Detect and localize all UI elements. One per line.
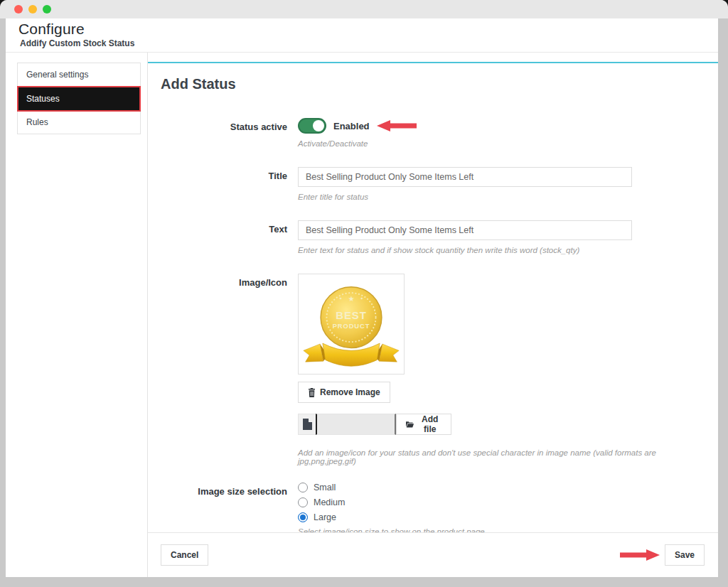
sidebar-item-general-settings[interactable]: General settings [18,63,140,87]
window-titlebar [0,0,728,18]
file-name-input[interactable] [316,414,396,435]
text-help: Enter text for status and if show stock … [298,246,705,254]
title-help: Enter title for status [298,193,705,201]
radio-medium-control[interactable] [298,497,308,507]
title-input[interactable] [298,167,632,187]
text-field-row: Text Enter text for status and if show s… [161,220,705,254]
add-file-label: Add file [418,414,441,434]
text-input[interactable] [298,220,632,240]
sidebar-item-rules[interactable]: Rules [18,111,140,134]
svg-text:PRODUCT: PRODUCT [333,323,370,330]
close-window-icon[interactable] [14,5,23,14]
plugin-settings-page: Configure Addify Custom Stock Status Gen… [6,18,718,577]
toggle-knob [313,120,324,131]
radio-large-control[interactable] [298,512,308,522]
radio-option-medium[interactable]: Medium [298,497,705,507]
toggle-state-label: Enabled [333,121,370,131]
save-button[interactable]: Save [665,544,705,566]
panel-heading: Add Status [161,76,705,92]
remove-image-button[interactable]: Remove Image [298,382,390,403]
form-footer: Cancel Save [148,533,718,577]
left-pointing-arrow-icon [377,120,417,131]
status-active-toggle[interactable] [298,118,326,134]
best-product-badge-image: ★ ✦ ✦ BEST PRODUCT [301,277,401,371]
page-subtitle: Addify Custom Stock Status [20,38,718,48]
status-image-preview: ★ ✦ ✦ BEST PRODUCT [298,274,405,375]
svg-text:✦: ✦ [339,296,343,301]
maximize-window-icon[interactable] [43,5,51,14]
image-size-label: Image size selection [161,483,287,533]
minimize-window-icon[interactable] [28,5,37,14]
title-field-row: Title Enter title for status [161,167,705,201]
svg-text:BEST: BEST [336,309,367,321]
folder-icon [406,420,414,429]
image-help: Add an image/icon for your status and do… [298,448,705,465]
svg-text:✦: ✦ [360,296,364,301]
radio-option-large[interactable]: Large [298,512,705,522]
browser-window: Configure Addify Custom Stock Status Gen… [0,0,728,587]
status-active-label: Status active [161,118,287,148]
remove-image-label: Remove Image [320,387,380,397]
cancel-button[interactable]: Cancel [161,544,208,566]
file-upload-group: Add file [298,414,451,435]
radio-small-control[interactable] [298,483,308,492]
status-active-help: Activate/Deactivate [298,139,705,148]
page-title: Configure [18,21,718,38]
radio-large-label: Large [314,512,336,522]
file-icon [298,414,316,435]
radio-option-small[interactable]: Small [298,483,705,492]
page-header: Configure Addify Custom Stock Status [6,18,718,53]
radio-small-label: Small [314,483,336,492]
badge-star-icon: ★ [348,295,354,303]
radio-medium-label: Medium [314,497,345,507]
add-file-button[interactable]: Add file [396,414,451,435]
image-label: Image/Icon [161,274,287,465]
image-size-field: Image size selection Small Medium [161,483,705,533]
image-field-row: Image/Icon [161,274,705,465]
text-label: Text [161,220,287,254]
sidebar-item-statuses[interactable]: Statuses [17,86,141,112]
image-size-help: Select image/icon size to show on the pr… [298,527,705,533]
title-label: Title [161,167,287,201]
status-active-field: Status active Enabled Activate/Deactivat… [161,118,705,148]
settings-menu: General settings Statuses Rules [17,63,141,134]
add-status-panel: Add Status Status active Enabled [148,62,718,533]
right-pointing-arrow-icon [620,549,660,561]
settings-sidebar: General settings Statuses Rules [6,53,147,577]
trash-icon [308,388,316,397]
main-content: Add Status Status active Enabled [147,53,718,577]
